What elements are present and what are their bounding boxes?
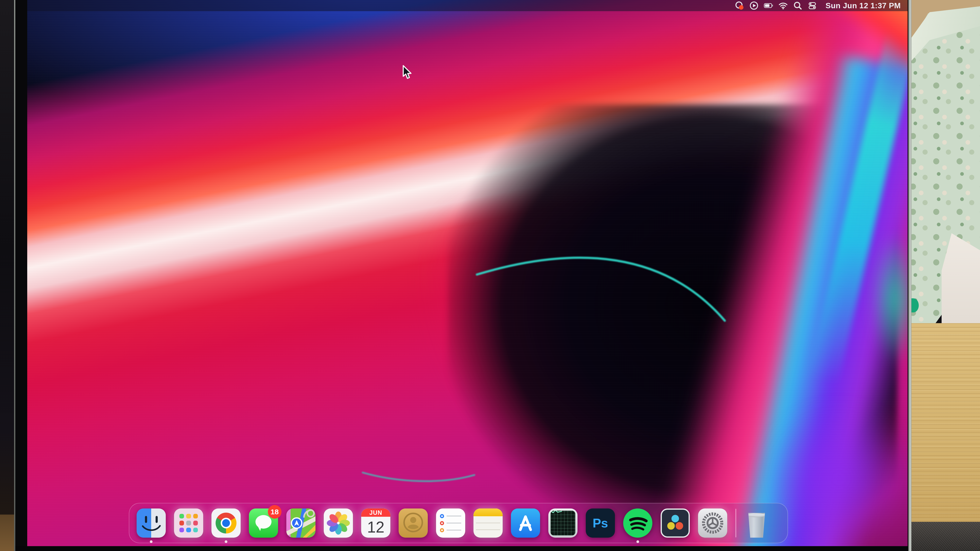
- now-playing-icon[interactable]: [749, 1, 759, 10]
- dock-item-messages[interactable]: 18: [249, 508, 278, 538]
- dock-item-contacts[interactable]: [399, 508, 428, 538]
- background-wooden-table: [908, 323, 980, 535]
- background-wood-sliver: [0, 514, 14, 551]
- notes-icon: [474, 508, 503, 516]
- app-record-status-icon[interactable]: [735, 1, 744, 10]
- laptop-edge-left: [14, 0, 15, 551]
- dock-item-chrome[interactable]: [212, 508, 240, 538]
- macbook-display: Sun Jun 12 1:37 PM: [14, 0, 912, 551]
- spotify-icon: [623, 508, 652, 538]
- dock: 18: [129, 503, 788, 543]
- menu-bar: Sun Jun 12 1:37 PM: [27, 0, 908, 11]
- davinci-resolve-icon: [662, 510, 689, 537]
- running-indicator: [150, 540, 153, 543]
- activity-monitor-icon: [550, 511, 575, 535]
- dock-item-launchpad[interactable]: [174, 508, 203, 538]
- dock-item-calendar[interactable]: JUN 12: [361, 508, 390, 538]
- screen-bezel: [14, 546, 912, 551]
- launchpad-icon: [179, 514, 184, 518]
- photoshop-icon: Ps: [593, 516, 608, 530]
- dock-item-notes[interactable]: [474, 508, 503, 538]
- running-indicator: [225, 540, 228, 543]
- contacts-icon: [399, 508, 428, 538]
- system-settings-icon: [698, 508, 727, 538]
- maps-icon: [286, 508, 315, 538]
- photo-of-macbook-desktop: Sun Jun 12 1:37 PM: [0, 0, 980, 551]
- wifi-icon[interactable]: [778, 1, 788, 10]
- dock-item-photos[interactable]: [324, 508, 353, 538]
- menu-bar-clock[interactable]: Sun Jun 12 1:37 PM: [826, 1, 901, 10]
- desktop-wallpaper: [27, 0, 908, 546]
- trash-icon: [747, 512, 766, 538]
- dock-item-activity-monitor[interactable]: [548, 508, 578, 538]
- laptop-edge-right: [908, 0, 912, 551]
- dock-item-system-settings[interactable]: [698, 508, 727, 538]
- dock-item-app-store[interactable]: [511, 508, 540, 538]
- mouse-cursor: [402, 65, 414, 80]
- dock-item-spotify[interactable]: [623, 508, 652, 538]
- control-center-icon[interactable]: [807, 1, 817, 10]
- background-chair-fabric: [908, 522, 980, 551]
- calendar-day: 12: [361, 517, 390, 538]
- running-indicator: [636, 540, 639, 543]
- battery-icon[interactable]: [764, 1, 773, 10]
- calendar-month: JUN: [361, 508, 390, 517]
- notification-badge: 18: [268, 505, 282, 519]
- chrome-icon: [216, 513, 237, 534]
- spotlight-search-icon[interactable]: [793, 1, 803, 10]
- dock-item-finder[interactable]: [137, 508, 166, 538]
- messages-icon: [255, 515, 272, 529]
- background-dark-object: [0, 0, 15, 551]
- dock-item-reminders[interactable]: [436, 508, 465, 538]
- dock-item-trash[interactable]: [745, 508, 769, 538]
- screen: Sun Jun 12 1:37 PM: [27, 0, 908, 546]
- app-store-icon: [511, 508, 540, 538]
- menu-bar-status-area: Sun Jun 12 1:37 PM: [735, 1, 901, 10]
- dock-divider: [735, 509, 736, 537]
- dock-item-maps[interactable]: [286, 508, 315, 538]
- reminders-icon: [440, 513, 461, 519]
- finder-icon: [137, 508, 166, 538]
- dock-item-photoshop[interactable]: Ps: [586, 508, 615, 538]
- photos-icon: [324, 508, 353, 538]
- dock-item-davinci-resolve[interactable]: [660, 508, 690, 538]
